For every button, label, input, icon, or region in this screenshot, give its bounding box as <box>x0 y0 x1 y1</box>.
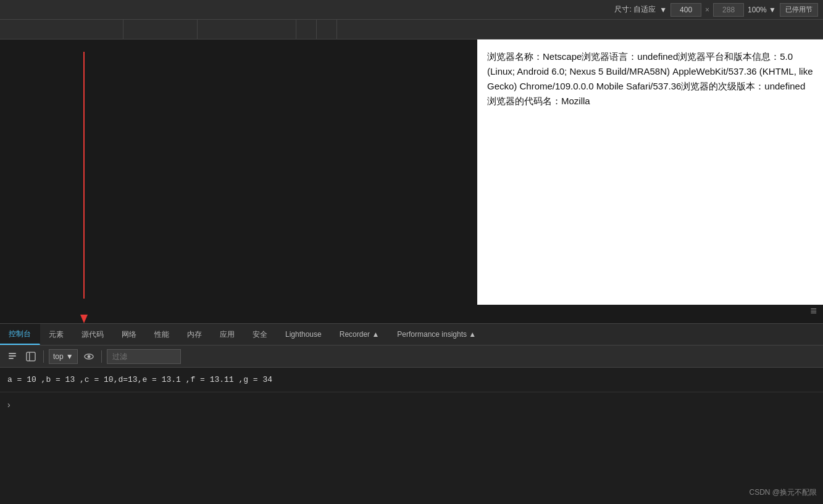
toolbar-divider-2 <box>101 350 102 363</box>
tab-console[interactable]: 控制台 <box>0 324 40 345</box>
tab-lighthouse[interactable]: Lighthouse <box>277 324 331 345</box>
context-selector[interactable]: top ▼ <box>49 349 78 364</box>
tab-performance[interactable]: 性能 <box>146 324 178 345</box>
tab-bar-item-2[interactable] <box>123 20 198 39</box>
height-input[interactable] <box>713 3 744 17</box>
arrow-indicator <box>80 52 86 323</box>
stop-button[interactable]: 已停用节 <box>780 3 818 17</box>
tab-sources[interactable]: 源代码 <box>73 324 113 345</box>
tab-recorder[interactable]: Recorder ▲ <box>331 324 389 345</box>
zoom-label: 100% ▼ <box>748 6 776 14</box>
tab-bar-item-1[interactable] <box>0 20 123 39</box>
drag-handle[interactable]: ≡ <box>0 305 823 318</box>
console-output-area: a = 10 ,b = 13 ,c = 10,d=13,e = 13.1 ,f … <box>0 368 823 392</box>
eye-icon <box>84 352 94 361</box>
svg-rect-4 <box>29 352 30 361</box>
svg-point-6 <box>87 355 90 358</box>
main-preview-area: 浏览器名称：Netscape浏览器语言：undefined浏览器平台和版本信息：… <box>0 39 823 323</box>
toggle-sidebar-button[interactable] <box>23 349 38 364</box>
browser-info-popup: 浏览器名称：Netscape浏览器语言：undefined浏览器平台和版本信息：… <box>477 39 823 305</box>
sidebar-icon <box>26 352 36 361</box>
width-input[interactable] <box>671 3 701 17</box>
svg-rect-0 <box>9 353 16 354</box>
tab-performance-insights[interactable]: Performance insights ▲ <box>388 324 485 345</box>
tab-network[interactable]: 网络 <box>113 324 146 345</box>
browser-info-text: 浏览器名称：Netscape浏览器语言：undefined浏览器平台和版本信息：… <box>487 51 813 106</box>
watermark-text: CSDN @换元不配限 <box>749 488 817 497</box>
devtools-tab-bar: 控制台 元素 源代码 网络 性能 内存 应用 安全 Lighthouse Rec… <box>0 323 823 345</box>
console-code-output: a = 10 ,b = 13 ,c = 10,d=13,e = 13.1 ,f … <box>7 375 272 384</box>
clear-icon <box>7 352 17 361</box>
tab-elements[interactable]: 元素 <box>40 324 73 345</box>
tab-memory[interactable]: 内存 <box>178 324 211 345</box>
top-toolbar: 尺寸: 自适应 ▼ × 100% ▼ 已停用节 <box>0 0 823 20</box>
toolbar-divider-1 <box>43 350 44 363</box>
tab-bar-item-4[interactable] <box>296 20 317 39</box>
svg-rect-3 <box>27 352 35 361</box>
console-input-line: › <box>0 392 823 417</box>
console-prompt-icon: › <box>7 400 10 410</box>
size-label: 尺寸: 自适应 <box>614 4 656 15</box>
clear-console-button[interactable] <box>5 349 20 364</box>
tab-bar-item-3[interactable] <box>198 20 296 39</box>
dropdown-arrow: ▼ <box>659 6 667 14</box>
svg-rect-2 <box>9 358 14 359</box>
svg-rect-1 <box>9 355 16 357</box>
drag-handle-icon: ≡ <box>810 305 818 318</box>
dimension-x: × <box>705 6 709 14</box>
watermark: CSDN @换元不配限 <box>749 487 817 498</box>
arrow-line <box>83 52 85 299</box>
tab-bar-item-5[interactable] <box>317 20 337 39</box>
eye-button[interactable] <box>81 349 96 364</box>
tab-security[interactable]: 安全 <box>244 324 277 345</box>
context-arrow: ▼ <box>66 352 73 361</box>
context-label: top <box>53 352 64 361</box>
tab-application[interactable]: 应用 <box>211 324 244 345</box>
console-filter-input[interactable] <box>107 349 181 364</box>
tab-bar-top <box>0 20 823 39</box>
console-toolbar: top ▼ <box>0 345 823 368</box>
